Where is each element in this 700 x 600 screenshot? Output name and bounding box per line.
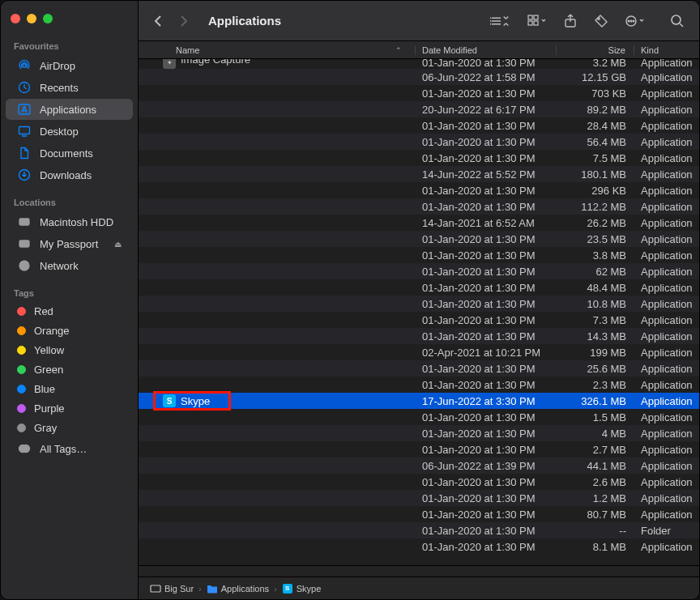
file-kind: Application [634, 59, 699, 69]
sidebar-item-my-passport[interactable]: My Passport⏏ [6, 233, 133, 254]
sidebar: Favourites AirDropRecentsAApplicationsDe… [1, 1, 139, 599]
breadcrumb-item[interactable]: Applications [207, 583, 269, 594]
file-size: 3.8 MB [557, 249, 634, 262]
svg-point-30 [630, 20, 632, 22]
file-row[interactable]: 01-Jan-2020 at 1:30 PM 25.6 MB Applicati… [139, 360, 699, 377]
file-row[interactable]: 01-Jan-2020 at 1:30 PM 703 KB Applicatio… [139, 85, 699, 101]
breadcrumb-item[interactable]: Big Sur [150, 583, 194, 594]
file-row[interactable]: 01-Jan-2020 at 1:30 PM 10.8 MB Applicati… [139, 296, 699, 312]
sidebar-item-downloads[interactable]: Downloads [6, 164, 133, 185]
horizontal-scrollbar[interactable] [139, 565, 699, 577]
file-kind: Application [634, 363, 699, 375]
sidebar-item-macintosh-hdd[interactable]: Macintosh HDD [6, 211, 133, 232]
tag-button[interactable] [589, 11, 613, 32]
file-kind: Application [634, 233, 699, 245]
back-button[interactable] [148, 10, 168, 32]
file-row[interactable]: ✦Image Capture 01-Jan-2020 at 1:30 PM 3.… [139, 59, 699, 69]
file-row[interactable]: 01-Jan-2020 at 1:30 PM 112.2 MB Applicat… [139, 198, 699, 215]
share-button[interactable] [558, 11, 583, 32]
file-row[interactable]: 01-Jan-2020 at 1:30 PM 1.5 MB Applicatio… [139, 409, 699, 425]
file-row[interactable]: 01-Jan-2020 at 1:30 PM 296 KB Applicatio… [139, 182, 699, 198]
file-row[interactable]: 20-Jun-2022 at 6:17 PM 89.2 MB Applicati… [139, 101, 699, 117]
minimize-button[interactable] [27, 14, 36, 23]
file-row[interactable]: 01-Jan-2020 at 1:30 PM 2.6 MB Applicatio… [139, 474, 699, 490]
file-row[interactable]: 01-Jan-2020 at 1:30 PM 1.2 MB Applicatio… [139, 490, 699, 506]
file-row[interactable]: 01-Jan-2020 at 1:30 PM 23.5 MB Applicati… [139, 231, 699, 247]
column-date[interactable]: Date Modified [416, 45, 557, 55]
sidebar-item-documents[interactable]: Documents [6, 143, 133, 164]
svg-rect-24 [528, 21, 532, 25]
file-row[interactable]: 01-Jan-2020 at 1:30 PM 14.3 MB Applicati… [139, 328, 699, 344]
file-row[interactable]: 14-Jan-2021 at 6:52 AM 26.2 MB Applicati… [139, 215, 699, 231]
file-row[interactable]: 02-Apr-2021 at 10:21 PM 199 MB Applicati… [139, 344, 699, 360]
action-menu-button[interactable] [620, 11, 651, 31]
svg-point-29 [628, 20, 630, 22]
sidebar-tag-red[interactable]: Red [6, 302, 133, 321]
file-size: 48.4 MB [557, 282, 634, 294]
sidebar-item-label: Gray [34, 422, 57, 434]
sidebar-item-label: Orange [34, 325, 69, 337]
file-date: 01-Jan-2020 at 1:30 PM [416, 266, 557, 278]
group-button[interactable] [523, 11, 552, 31]
sidebar-tag-yellow[interactable]: Yellow [6, 341, 133, 360]
sidebar-tag-orange[interactable]: Orange [6, 321, 133, 340]
file-row[interactable]: 01-Jan-2020 at 1:30 PM 28.4 MB Applicati… [139, 117, 699, 134]
zoom-button[interactable] [43, 14, 53, 23]
file-row[interactable]: 01-Jan-2020 at 1:30 PM 80.7 MB Applicati… [139, 506, 699, 522]
search-button[interactable] [665, 11, 689, 32]
breadcrumb-label: Big Sur [164, 584, 194, 594]
file-date: 01-Jan-2020 at 1:30 PM [416, 444, 557, 456]
close-button[interactable] [11, 14, 20, 23]
column-size[interactable]: Size [557, 45, 634, 55]
forward-button[interactable] [174, 10, 194, 32]
alltags-icon [17, 441, 32, 456]
file-list[interactable]: ✦Image Capture 01-Jan-2020 at 1:30 PM 3.… [139, 59, 699, 565]
file-kind: Application [634, 379, 699, 391]
file-row[interactable]: 06-Jun-2022 at 1:39 PM 44.1 MB Applicati… [139, 457, 699, 474]
sidebar-item-airdrop[interactable]: AirDrop [6, 55, 133, 76]
file-kind: Application [634, 71, 699, 83]
file-size: 1.2 MB [557, 492, 634, 504]
column-kind[interactable]: Kind [634, 45, 699, 55]
file-size: 199 MB [557, 347, 634, 359]
sidebar-item-network[interactable]: Network [6, 255, 133, 276]
file-date: 01-Jan-2020 at 1:30 PM [416, 136, 557, 148]
file-row[interactable]: 01-Jan-2020 at 1:30 PM 3.8 MB Applicatio… [139, 247, 699, 263]
file-row[interactable]: 06-Jun-2022 at 1:58 PM 12.15 GB Applicat… [139, 69, 699, 85]
sidebar-item-recents[interactable]: Recents [6, 77, 133, 98]
desktop-icon [17, 124, 32, 138]
file-row[interactable]: 01-Jan-2020 at 1:30 PM 62 MB Application [139, 263, 699, 279]
file-row[interactable]: 01-Jan-2020 at 1:30 PM 7.3 MB Applicatio… [139, 312, 699, 328]
file-kind: Application [634, 282, 699, 294]
sidebar-tag-green[interactable]: Green [6, 360, 133, 379]
file-row[interactable]: 01-Jan-2020 at 1:30 PM 2.3 MB Applicatio… [139, 377, 699, 393]
file-row[interactable]: 01-Jan-2020 at 1:30 PM 4 MB Application [139, 425, 699, 441]
sidebar-tag-purple[interactable]: Purple [6, 399, 133, 418]
file-row[interactable]: 01-Jan-2020 at 1:30 PM 2.7 MB Applicatio… [139, 441, 699, 457]
file-name: Skype [181, 395, 210, 407]
file-row[interactable]: 01-Jan-2020 at 1:30 PM -- Folder [139, 522, 699, 538]
sidebar-tag-alltags[interactable]: All Tags… [6, 438, 133, 459]
column-name[interactable]: Name ⌃ [139, 45, 416, 55]
sidebar-item-desktop[interactable]: Desktop [6, 121, 133, 142]
file-row[interactable]: 01-Jan-2020 at 1:30 PM 8.1 MB Applicatio… [139, 538, 699, 555]
file-date: 01-Jan-2020 at 1:30 PM [416, 87, 557, 100]
breadcrumb-label: Applications [221, 584, 269, 594]
file-size: 23.5 MB [557, 233, 634, 245]
sidebar-item-applications[interactable]: AApplications [6, 99, 133, 120]
file-row[interactable]: 01-Jan-2020 at 1:30 PM 7.5 MB Applicatio… [139, 150, 699, 166]
breadcrumb-item[interactable]: SSkype [282, 583, 322, 594]
file-row[interactable]: 01-Jan-2020 at 1:30 PM 48.4 MB Applicati… [139, 279, 699, 296]
file-row[interactable]: 14-Jun-2022 at 5:52 PM 180.1 MB Applicat… [139, 166, 699, 182]
file-row[interactable]: 01-Jan-2020 at 1:30 PM 56.4 MB Applicati… [139, 134, 699, 150]
sidebar-item-label: Recents [40, 82, 79, 94]
file-row[interactable]: SSkype 17-Jun-2022 at 3:30 PM 326.1 MB A… [139, 393, 699, 409]
file-kind: Application [634, 104, 699, 116]
sidebar-tag-gray[interactable]: Gray [6, 419, 133, 437]
view-mode-button[interactable] [485, 11, 516, 31]
svg-point-0 [23, 64, 26, 67]
file-kind: Application [634, 541, 699, 553]
sidebar-tag-blue[interactable]: Blue [6, 380, 133, 398]
tag-dot-icon [17, 365, 26, 374]
eject-icon[interactable]: ⏏ [114, 240, 122, 249]
